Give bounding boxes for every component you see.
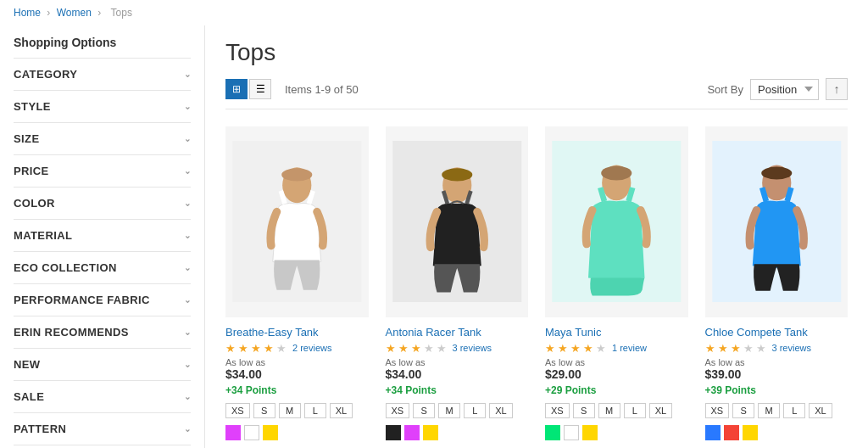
color-swatch[interactable] bbox=[423, 425, 438, 440]
color-swatches bbox=[225, 425, 369, 440]
size-button[interactable]: S bbox=[732, 403, 754, 418]
size-button[interactable]: XS bbox=[545, 403, 570, 418]
toolbar-right: Sort By Position Name Price ↑ bbox=[707, 78, 848, 100]
product-price: $34.00 bbox=[386, 367, 529, 381]
chevron-down-icon: ⌄ bbox=[184, 360, 191, 369]
chevron-down-icon: ⌄ bbox=[184, 424, 191, 434]
grid-view-button[interactable]: ⊞ bbox=[225, 79, 248, 99]
review-count[interactable]: 2 reviews bbox=[292, 343, 331, 353]
sidebar: Shopping Options CATEGORY⌄STYLE⌄SIZE⌄PRI… bbox=[0, 25, 205, 448]
star-full: ★ bbox=[411, 342, 421, 355]
size-button[interactable]: XS bbox=[386, 403, 410, 418]
color-swatch[interactable] bbox=[225, 425, 241, 440]
size-button[interactable]: XL bbox=[330, 403, 353, 418]
filter-item-erin-recommends[interactable]: ERIN RECOMMENDS⌄ bbox=[14, 316, 191, 349]
items-count: Items 1-9 of 50 bbox=[285, 83, 359, 96]
page-title: Tops bbox=[225, 39, 848, 66]
review-count[interactable]: 3 reviews bbox=[453, 343, 492, 353]
svg-point-5 bbox=[442, 169, 472, 182]
list-view-button[interactable]: ☰ bbox=[249, 79, 271, 99]
filter-item-category[interactable]: CATEGORY⌄ bbox=[14, 59, 191, 91]
filter-label: NEW bbox=[14, 358, 41, 371]
filter-item-pattern[interactable]: PATTERN⌄ bbox=[14, 413, 191, 445]
sort-select[interactable]: Position Name Price bbox=[750, 79, 819, 100]
product-name[interactable]: Antonia Racer Tank bbox=[386, 326, 529, 339]
size-button[interactable]: L bbox=[624, 403, 646, 418]
size-options: XSSMLXL bbox=[545, 403, 688, 418]
product-image[interactable] bbox=[225, 126, 369, 317]
color-swatch[interactable] bbox=[386, 425, 401, 440]
chevron-down-icon: ⌄ bbox=[184, 102, 191, 111]
filter-label: STYLE bbox=[14, 100, 51, 113]
grid-icon: ⊞ bbox=[232, 83, 241, 95]
size-button[interactable]: XS bbox=[705, 403, 730, 418]
product-points: +34 Points bbox=[225, 384, 369, 396]
color-swatch[interactable] bbox=[743, 425, 758, 440]
product-name[interactable]: Chloe Compete Tank bbox=[705, 326, 849, 339]
product-card: Breathe-Easy Tank ★★★★★ 2 reviews As low… bbox=[225, 126, 369, 440]
breadcrumb-home[interactable]: Home bbox=[14, 7, 41, 19]
size-button[interactable]: S bbox=[253, 403, 275, 418]
color-swatches bbox=[545, 425, 688, 440]
filter-label: PRICE bbox=[14, 165, 49, 177]
chevron-down-icon: ⌄ bbox=[184, 231, 191, 240]
star-full: ★ bbox=[705, 342, 715, 355]
size-options: XSSMLXL bbox=[386, 403, 529, 418]
filter-item-style[interactable]: STYLE⌄ bbox=[14, 91, 191, 123]
color-swatches bbox=[705, 425, 849, 440]
size-button[interactable]: XL bbox=[489, 403, 512, 418]
product-name[interactable]: Breathe-Easy Tank bbox=[225, 326, 369, 339]
size-button[interactable]: L bbox=[783, 403, 805, 418]
svg-point-11 bbox=[761, 167, 792, 180]
sort-direction-button[interactable]: ↑ bbox=[826, 78, 848, 100]
size-button[interactable]: M bbox=[438, 403, 460, 418]
product-name[interactable]: Maya Tunic bbox=[545, 326, 688, 339]
filter-label: ERIN RECOMMENDS bbox=[14, 326, 129, 339]
color-swatch[interactable] bbox=[724, 425, 739, 440]
size-button[interactable]: S bbox=[413, 403, 435, 418]
product-stars: ★★★★★ 1 review bbox=[545, 342, 688, 355]
filter-item-eco-collection[interactable]: ECO COLLECTION⌄ bbox=[14, 252, 191, 284]
filter-item-material[interactable]: MATERIAL⌄ bbox=[14, 220, 191, 252]
view-toggle: ⊞ ☰ bbox=[225, 79, 271, 99]
toolbar: ⊞ ☰ Items 1-9 of 50 Sort By Position Nam… bbox=[225, 78, 848, 109]
size-button[interactable]: M bbox=[598, 403, 620, 418]
color-swatch[interactable] bbox=[564, 425, 579, 440]
filter-item-performance-fabric[interactable]: PERFORMANCE FABRIC⌄ bbox=[14, 284, 191, 316]
color-swatch[interactable] bbox=[263, 425, 278, 440]
product-image[interactable] bbox=[386, 126, 529, 317]
color-swatch[interactable] bbox=[705, 425, 721, 440]
filter-item-new[interactable]: NEW⌄ bbox=[14, 349, 191, 381]
size-button[interactable]: S bbox=[573, 403, 595, 418]
product-image[interactable] bbox=[705, 126, 849, 317]
filter-label: MATERIAL bbox=[14, 229, 72, 242]
size-button[interactable]: M bbox=[758, 403, 780, 418]
product-stars: ★★★★★ 3 reviews bbox=[386, 342, 529, 355]
product-image[interactable] bbox=[545, 126, 688, 317]
filter-item-price[interactable]: PRICE⌄ bbox=[14, 155, 191, 188]
star-empty: ★ bbox=[743, 342, 754, 355]
size-button[interactable]: L bbox=[464, 403, 486, 418]
filter-item-color[interactable]: COLOR⌄ bbox=[14, 188, 191, 220]
size-button[interactable]: L bbox=[304, 403, 326, 418]
review-count[interactable]: 3 reviews bbox=[772, 343, 811, 353]
filter-item-sale[interactable]: SALE⌄ bbox=[14, 381, 191, 413]
filter-item-size[interactable]: SIZE⌄ bbox=[14, 123, 191, 155]
breadcrumb-women[interactable]: Women bbox=[57, 7, 92, 19]
size-button[interactable]: XL bbox=[809, 403, 832, 418]
size-button[interactable]: XL bbox=[649, 403, 672, 418]
filter-label: CATEGORY bbox=[14, 68, 77, 81]
sort-label: Sort By bbox=[707, 83, 743, 96]
chevron-down-icon: ⌄ bbox=[184, 328, 191, 337]
product-price: $29.00 bbox=[545, 367, 688, 381]
product-card: Chloe Compete Tank ★★★★★ 3 reviews As lo… bbox=[705, 126, 849, 440]
color-swatch[interactable] bbox=[582, 425, 598, 440]
color-swatch[interactable] bbox=[545, 425, 560, 440]
color-swatch[interactable] bbox=[244, 425, 259, 440]
star-empty: ★ bbox=[756, 342, 766, 355]
size-button[interactable]: M bbox=[279, 403, 301, 418]
color-swatch[interactable] bbox=[404, 425, 420, 440]
size-button[interactable]: XS bbox=[225, 403, 250, 418]
price-label: As low as bbox=[705, 357, 849, 367]
review-count[interactable]: 1 review bbox=[612, 343, 647, 353]
